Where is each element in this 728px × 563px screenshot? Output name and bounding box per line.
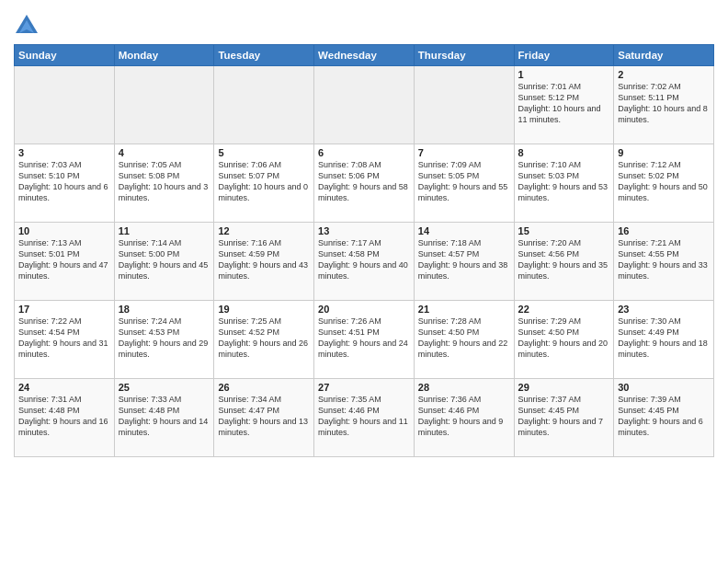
calendar-cell: 18Sunrise: 7:24 AM Sunset: 4:53 PM Dayli… xyxy=(114,301,214,379)
day-info: Sunrise: 7:24 AM Sunset: 4:53 PM Dayligh… xyxy=(119,316,210,361)
day-number: 11 xyxy=(119,225,210,236)
day-number: 16 xyxy=(618,225,710,236)
day-info: Sunrise: 7:01 AM Sunset: 5:12 PM Dayligh… xyxy=(518,81,610,126)
day-number: 20 xyxy=(318,304,410,315)
day-number: 21 xyxy=(418,304,510,315)
day-number: 8 xyxy=(518,147,610,158)
day-info: Sunrise: 7:39 AM Sunset: 4:45 PM Dayligh… xyxy=(618,394,710,439)
day-info: Sunrise: 7:36 AM Sunset: 4:46 PM Dayligh… xyxy=(418,394,510,439)
day-number: 10 xyxy=(18,225,110,236)
day-info: Sunrise: 7:22 AM Sunset: 4:54 PM Dayligh… xyxy=(18,316,110,361)
day-number: 15 xyxy=(518,225,610,236)
day-info: Sunrise: 7:18 AM Sunset: 4:57 PM Dayligh… xyxy=(418,237,510,282)
day-info: Sunrise: 7:05 AM Sunset: 5:08 PM Dayligh… xyxy=(119,159,210,204)
day-number: 28 xyxy=(418,382,510,393)
day-info: Sunrise: 7:31 AM Sunset: 4:48 PM Dayligh… xyxy=(18,394,110,439)
day-number: 23 xyxy=(618,304,710,315)
day-info: Sunrise: 7:33 AM Sunset: 4:48 PM Dayligh… xyxy=(119,394,210,439)
calendar-cell: 24Sunrise: 7:31 AM Sunset: 4:48 PM Dayli… xyxy=(15,379,115,457)
weekday-header-thursday: Thursday xyxy=(414,45,514,66)
weekday-header-sunday: Sunday xyxy=(15,45,115,66)
calendar-cell: 15Sunrise: 7:20 AM Sunset: 4:56 PM Dayli… xyxy=(514,223,614,301)
weekday-header-monday: Monday xyxy=(114,45,214,66)
calendar-cell: 2Sunrise: 7:02 AM Sunset: 5:11 PM Daylig… xyxy=(614,66,714,144)
day-number: 18 xyxy=(119,304,210,315)
day-number: 14 xyxy=(418,225,510,236)
day-number: 24 xyxy=(18,382,110,393)
calendar-cell: 20Sunrise: 7:26 AM Sunset: 4:51 PM Dayli… xyxy=(314,301,415,379)
day-info: Sunrise: 7:09 AM Sunset: 5:05 PM Dayligh… xyxy=(418,159,510,204)
day-number: 13 xyxy=(318,225,410,236)
day-info: Sunrise: 7:30 AM Sunset: 4:49 PM Dayligh… xyxy=(618,316,710,361)
day-info: Sunrise: 7:17 AM Sunset: 4:58 PM Dayligh… xyxy=(318,237,410,282)
day-info: Sunrise: 7:34 AM Sunset: 4:47 PM Dayligh… xyxy=(218,394,310,439)
calendar-cell: 4Sunrise: 7:05 AM Sunset: 5:08 PM Daylig… xyxy=(114,144,214,223)
day-info: Sunrise: 7:29 AM Sunset: 4:50 PM Dayligh… xyxy=(518,316,610,361)
calendar-cell: 16Sunrise: 7:21 AM Sunset: 4:55 PM Dayli… xyxy=(614,223,714,301)
day-number: 26 xyxy=(218,382,310,393)
calendar-cell: 30Sunrise: 7:39 AM Sunset: 4:45 PM Dayli… xyxy=(614,379,714,457)
calendar-cell xyxy=(15,66,115,144)
weekday-header-friday: Friday xyxy=(514,45,614,66)
calendar-cell: 11Sunrise: 7:14 AM Sunset: 5:00 PM Dayli… xyxy=(114,223,214,301)
calendar-cell: 29Sunrise: 7:37 AM Sunset: 4:45 PM Dayli… xyxy=(514,379,614,457)
calendar-cell: 23Sunrise: 7:30 AM Sunset: 4:49 PM Dayli… xyxy=(614,301,714,379)
calendar-cell: 22Sunrise: 7:29 AM Sunset: 4:50 PM Dayli… xyxy=(514,301,614,379)
day-info: Sunrise: 7:12 AM Sunset: 5:02 PM Dayligh… xyxy=(618,159,710,204)
calendar-cell: 10Sunrise: 7:13 AM Sunset: 5:01 PM Dayli… xyxy=(15,223,115,301)
day-number: 25 xyxy=(119,382,210,393)
day-number: 2 xyxy=(618,69,710,80)
weekday-header-saturday: Saturday xyxy=(614,45,714,66)
day-info: Sunrise: 7:35 AM Sunset: 4:46 PM Dayligh… xyxy=(318,394,410,439)
day-info: Sunrise: 7:20 AM Sunset: 4:56 PM Dayligh… xyxy=(518,237,610,282)
day-number: 1 xyxy=(518,69,610,80)
calendar-cell: 12Sunrise: 7:16 AM Sunset: 4:59 PM Dayli… xyxy=(214,223,314,301)
calendar-week-3: 10Sunrise: 7:13 AM Sunset: 5:01 PM Dayli… xyxy=(15,223,714,301)
calendar-cell: 6Sunrise: 7:08 AM Sunset: 5:06 PM Daylig… xyxy=(314,144,415,223)
logo-icon xyxy=(14,13,40,39)
calendar-cell xyxy=(314,66,415,144)
weekday-header-wednesday: Wednesday xyxy=(314,45,415,66)
day-info: Sunrise: 7:13 AM Sunset: 5:01 PM Dayligh… xyxy=(18,237,110,282)
day-number: 19 xyxy=(218,304,310,315)
day-number: 4 xyxy=(119,147,210,158)
calendar-cell: 17Sunrise: 7:22 AM Sunset: 4:54 PM Dayli… xyxy=(15,301,115,379)
day-number: 6 xyxy=(318,147,410,158)
day-info: Sunrise: 7:25 AM Sunset: 4:52 PM Dayligh… xyxy=(218,316,310,361)
day-number: 29 xyxy=(518,382,610,393)
day-info: Sunrise: 7:28 AM Sunset: 4:50 PM Dayligh… xyxy=(418,316,510,361)
calendar-cell xyxy=(414,66,514,144)
weekday-header-tuesday: Tuesday xyxy=(214,45,314,66)
calendar-cell: 9Sunrise: 7:12 AM Sunset: 5:02 PM Daylig… xyxy=(614,144,714,223)
calendar-week-1: 1Sunrise: 7:01 AM Sunset: 5:12 PM Daylig… xyxy=(15,66,714,144)
page: SundayMondayTuesdayWednesdayThursdayFrid… xyxy=(0,0,728,563)
calendar-body: 1Sunrise: 7:01 AM Sunset: 5:12 PM Daylig… xyxy=(15,66,714,457)
day-number: 17 xyxy=(18,304,110,315)
header xyxy=(14,9,714,39)
day-info: Sunrise: 7:08 AM Sunset: 5:06 PM Dayligh… xyxy=(318,159,410,204)
calendar-cell: 1Sunrise: 7:01 AM Sunset: 5:12 PM Daylig… xyxy=(514,66,614,144)
calendar-cell: 19Sunrise: 7:25 AM Sunset: 4:52 PM Dayli… xyxy=(214,301,314,379)
day-number: 7 xyxy=(418,147,510,158)
calendar-cell: 14Sunrise: 7:18 AM Sunset: 4:57 PM Dayli… xyxy=(414,223,514,301)
day-info: Sunrise: 7:03 AM Sunset: 5:10 PM Dayligh… xyxy=(18,159,110,204)
calendar-cell: 13Sunrise: 7:17 AM Sunset: 4:58 PM Dayli… xyxy=(314,223,415,301)
day-info: Sunrise: 7:37 AM Sunset: 4:45 PM Dayligh… xyxy=(518,394,610,439)
calendar-header: SundayMondayTuesdayWednesdayThursdayFrid… xyxy=(15,45,714,66)
calendar-cell xyxy=(114,66,214,144)
day-info: Sunrise: 7:26 AM Sunset: 4:51 PM Dayligh… xyxy=(318,316,410,361)
calendar-week-5: 24Sunrise: 7:31 AM Sunset: 4:48 PM Dayli… xyxy=(15,379,714,457)
logo xyxy=(14,13,43,39)
calendar-cell: 7Sunrise: 7:09 AM Sunset: 5:05 PM Daylig… xyxy=(414,144,514,223)
calendar-cell: 5Sunrise: 7:06 AM Sunset: 5:07 PM Daylig… xyxy=(214,144,314,223)
day-info: Sunrise: 7:16 AM Sunset: 4:59 PM Dayligh… xyxy=(218,237,310,282)
day-number: 3 xyxy=(18,147,110,158)
calendar-cell: 26Sunrise: 7:34 AM Sunset: 4:47 PM Dayli… xyxy=(214,379,314,457)
day-number: 12 xyxy=(218,225,310,236)
day-number: 27 xyxy=(318,382,410,393)
day-info: Sunrise: 7:10 AM Sunset: 5:03 PM Dayligh… xyxy=(518,159,610,204)
calendar-cell: 21Sunrise: 7:28 AM Sunset: 4:50 PM Dayli… xyxy=(414,301,514,379)
day-number: 22 xyxy=(518,304,610,315)
calendar-cell: 28Sunrise: 7:36 AM Sunset: 4:46 PM Dayli… xyxy=(414,379,514,457)
day-info: Sunrise: 7:02 AM Sunset: 5:11 PM Dayligh… xyxy=(618,81,710,126)
